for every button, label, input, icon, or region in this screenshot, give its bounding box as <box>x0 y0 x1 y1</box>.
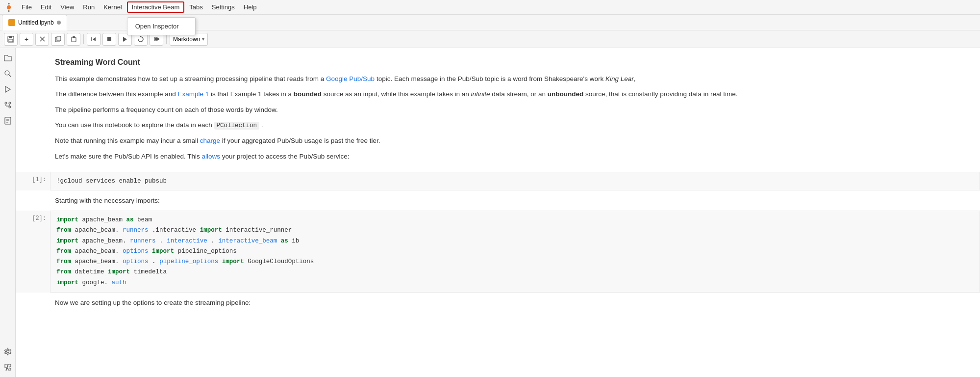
sidebar-search-icon[interactable] <box>2 68 14 80</box>
menu-file[interactable]: File <box>18 2 36 12</box>
menu-edit[interactable]: Edit <box>37 2 55 12</box>
unsaved-indicator <box>57 21 61 25</box>
paragraph-4: You can use this notebook to explore the… <box>55 120 968 131</box>
sidebar-run-icon[interactable] <box>2 83 14 95</box>
cell-1-number: [1]: <box>16 172 50 190</box>
example1-link[interactable]: Example 1 <box>177 90 209 98</box>
svg-line-20 <box>9 75 11 77</box>
code-line-6: from datetime import timedelta <box>56 267 974 277</box>
copy-button[interactable] <box>51 33 65 46</box>
between-text: Starting with the necessary imports: <box>16 191 980 210</box>
svg-point-23 <box>9 106 11 108</box>
jupyter-logo-icon <box>4 2 14 12</box>
paste-icon <box>71 36 77 42</box>
menu-tabs[interactable]: Tabs <box>185 2 206 12</box>
paste-button[interactable] <box>67 33 80 46</box>
king-lear-text: King Lear <box>605 75 634 82</box>
cut-icon <box>39 36 46 42</box>
svg-rect-10 <box>72 37 76 42</box>
run-all-icon <box>153 36 160 42</box>
code-cell-1[interactable]: [1]: !gcloud services enable pubsub <box>16 172 980 190</box>
sidebar-notebook-icon[interactable] <box>2 115 14 127</box>
code-line-2: from apache_beam. runners .interactive i… <box>56 225 974 236</box>
cell-1-code: !gcloud services enable pubsub <box>56 178 167 185</box>
notebook-title: Streaming Word Count <box>55 56 968 69</box>
run-icon <box>122 36 128 42</box>
cell-markdown-1: Streaming Word Count This example demons… <box>16 48 980 171</box>
save-button[interactable] <box>4 33 18 46</box>
paragraph-2: The difference between this example and … <box>55 89 968 100</box>
sidebar-folder-icon[interactable] <box>2 52 14 64</box>
code-line-4: from apache_beam. options import pipelin… <box>56 246 974 257</box>
menu-kernel[interactable]: Kernel <box>100 2 126 12</box>
svg-point-32 <box>6 350 9 353</box>
open-inspector-item[interactable]: Open Inspector <box>127 20 195 33</box>
notebook-tab[interactable]: Untitled.ipynb <box>2 15 67 30</box>
copy-icon <box>55 36 61 42</box>
svg-rect-9 <box>57 36 61 41</box>
svg-rect-5 <box>9 39 13 42</box>
cell-2-number: [2]: <box>16 211 50 293</box>
code-line-1: import apache_beam as beam <box>56 215 974 225</box>
notebook-icon <box>8 19 15 26</box>
google-pubsub-link[interactable]: Google Pub/Sub <box>326 75 375 82</box>
run-prev-button[interactable] <box>87 33 101 46</box>
toolbar-sep-1 <box>83 34 84 44</box>
code-line-5: from apache_beam. options . pipeline_opt… <box>56 257 974 267</box>
menu-run[interactable]: Run <box>79 2 99 12</box>
svg-marker-21 <box>5 86 10 92</box>
svg-point-24 <box>9 102 11 104</box>
svg-point-2 <box>8 10 9 11</box>
left-sidebar <box>0 48 16 377</box>
menu-help[interactable]: Help <box>240 2 261 12</box>
paragraph-5: Note that running this example may incur… <box>55 135 968 146</box>
interactive-beam-menu-wrapper: Interactive Beam Open Inspector <box>127 3 185 11</box>
cell-2-body[interactable]: import apache_beam as beam from apache_b… <box>50 211 980 293</box>
svg-point-1 <box>8 2 9 4</box>
svg-marker-18 <box>156 37 160 41</box>
chevron-down-icon: ▾ <box>202 36 204 42</box>
svg-point-0 <box>7 5 11 9</box>
run-prev-icon <box>91 36 97 42</box>
code-cell-2[interactable]: [2]: import apache_beam as beam from apa… <box>16 211 980 293</box>
restart-icon <box>137 36 144 43</box>
bounded-text: bounded <box>294 90 322 98</box>
notebook-content: Streaming Word Count This example demons… <box>16 48 980 377</box>
cell-1-body[interactable]: !gcloud services enable pubsub <box>50 172 980 190</box>
paragraph-1: This example demonstrates how to set up … <box>55 74 968 84</box>
paragraph-3: The pipeline performs a frequency count … <box>55 105 968 115</box>
sidebar-git-icon[interactable] <box>2 99 14 111</box>
svg-rect-14 <box>107 37 111 41</box>
svg-point-22 <box>5 102 7 104</box>
code-line-7: import google. auth <box>56 278 974 288</box>
menu-interactive-beam[interactable]: Interactive Beam <box>127 1 185 13</box>
pcollection-code: PCollection <box>214 122 260 130</box>
infinite-text: infinite <box>471 90 490 98</box>
cell-type-label: Markdown <box>173 36 200 43</box>
paragraph-6: Let's make sure the Pub/Sub API is enabl… <box>55 151 968 162</box>
toolbar-sep-2 <box>166 34 167 44</box>
save-icon <box>7 36 14 43</box>
menu-view[interactable]: View <box>56 2 78 12</box>
sidebar-puzzle-icon[interactable] <box>2 361 14 373</box>
code-line-3: import apache_beam. runners . interactiv… <box>56 236 974 246</box>
stop-button[interactable] <box>102 33 116 46</box>
svg-rect-4 <box>9 36 12 38</box>
add-cell-button[interactable]: + <box>20 33 33 46</box>
menu-settings[interactable]: Settings <box>208 2 239 12</box>
svg-marker-15 <box>123 37 127 42</box>
allows-link[interactable]: allows <box>202 153 221 160</box>
sidebar-settings-icon[interactable] <box>2 346 14 357</box>
svg-rect-11 <box>73 36 75 38</box>
svg-point-19 <box>5 71 9 75</box>
interactive-beam-dropdown: Open Inspector <box>127 17 196 35</box>
menubar: File Edit View Run Kernel Interactive Be… <box>0 0 980 15</box>
main-area: Streaming Word Count This example demons… <box>0 48 980 377</box>
tab-title: Untitled.ipynb <box>18 19 54 26</box>
cut-button[interactable] <box>35 33 49 46</box>
svg-marker-12 <box>93 37 96 41</box>
charge-link[interactable]: charge <box>200 137 220 144</box>
after-imports-text: Now we are setting up the options to cre… <box>16 294 980 312</box>
unbounded-text: unbounded <box>548 90 583 98</box>
